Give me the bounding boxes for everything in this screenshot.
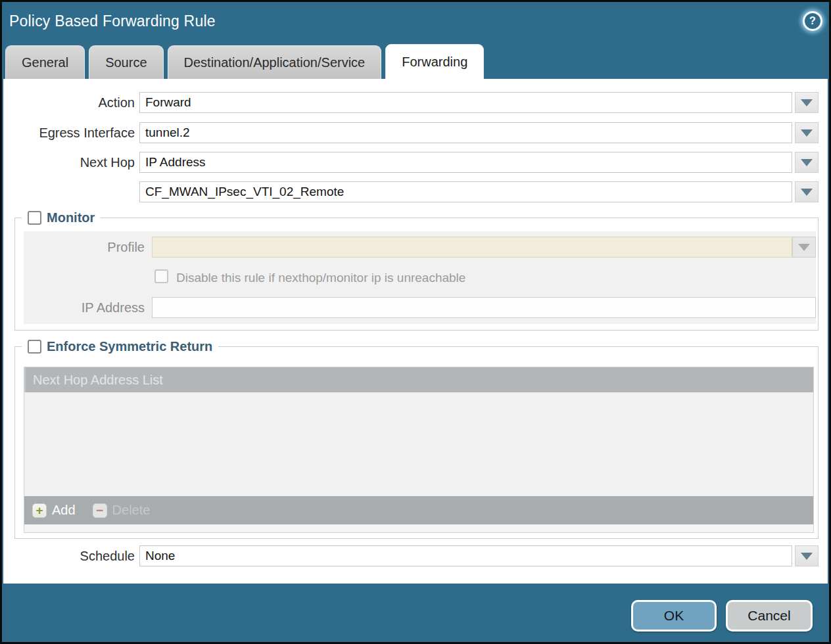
enforce-symmetric-return-label: Enforce Symmetric Return <box>47 339 212 354</box>
action-dropdown-button[interactable] <box>795 92 819 113</box>
tab-bar: General Source Destination/Application/S… <box>5 46 484 79</box>
table-header: Next Hop Address List <box>24 367 813 392</box>
profile-label: Profile <box>24 237 145 258</box>
tab-forwarding[interactable]: Forwarding <box>385 44 484 79</box>
table-scroll-strip <box>24 524 813 532</box>
plus-icon: + <box>32 503 47 518</box>
table-header-label: Next Hop Address List <box>33 373 163 388</box>
monitor-legend-label: Monitor <box>47 210 95 225</box>
disable-rule-checkbox <box>154 269 168 283</box>
monitor-ip-address-input <box>152 297 816 318</box>
tab-source[interactable]: Source <box>89 45 163 79</box>
egress-interface-dropdown-button[interactable] <box>795 122 819 143</box>
add-button-label: Add <box>52 503 76 518</box>
egress-interface-label: Egress Interface <box>3 122 135 143</box>
egress-interface-select[interactable]: tunnel.2 <box>139 122 792 143</box>
profile-select <box>152 237 792 258</box>
monitor-ip-address-label: IP Address <box>24 297 145 318</box>
monitor-body: Profile Disable this rule if nexthop/mon… <box>24 231 816 324</box>
chevron-down-icon <box>801 553 813 560</box>
next-hop-label: Next Hop <box>3 152 135 173</box>
cancel-button[interactable]: Cancel <box>726 600 813 632</box>
next-hop-address-dropdown-button[interactable] <box>795 181 819 202</box>
enforce-symmetric-return-checkbox[interactable] <box>28 340 41 354</box>
page-title: Policy Based Forwarding Rule <box>9 12 216 30</box>
help-icon[interactable]: ? <box>803 11 822 31</box>
chevron-down-icon <box>801 129 813 137</box>
schedule-select[interactable]: None <box>139 545 792 566</box>
disable-rule-label: Disable this rule if nexthop/monitor ip … <box>176 271 465 285</box>
chevron-down-icon <box>801 99 813 106</box>
next-hop-address-table: Next Hop Address List + Add − Delete <box>24 367 814 533</box>
next-hop-address-select[interactable]: CF_MWAN_IPsec_VTI_02_Remote <box>139 181 792 202</box>
delete-button: − Delete <box>93 503 151 518</box>
next-hop-type-select[interactable]: IP Address <box>139 152 792 173</box>
action-label: Action <box>3 92 135 113</box>
schedule-label: Schedule <box>3 545 135 566</box>
chevron-down-icon <box>801 159 813 166</box>
minus-icon: − <box>93 503 107 518</box>
chevron-down-icon <box>798 244 810 251</box>
table-footer: + Add − Delete <box>24 496 813 524</box>
action-select[interactable]: Forward <box>139 92 792 113</box>
next-hop-dropdown-button[interactable] <box>795 152 819 173</box>
delete-button-label: Delete <box>112 503 151 518</box>
add-button[interactable]: + Add <box>32 503 76 518</box>
monitor-checkbox[interactable] <box>28 211 41 225</box>
forwarding-panel: Action Forward Egress Interface tunnel.2… <box>3 79 828 584</box>
tab-general[interactable]: General <box>5 45 85 79</box>
table-body <box>24 392 813 496</box>
schedule-dropdown-button[interactable] <box>795 545 819 566</box>
profile-dropdown-button <box>792 237 816 258</box>
tab-destination-application-service[interactable]: Destination/Application/Service <box>168 45 382 79</box>
chevron-down-icon <box>801 189 813 196</box>
ok-button[interactable]: OK <box>631 600 717 632</box>
